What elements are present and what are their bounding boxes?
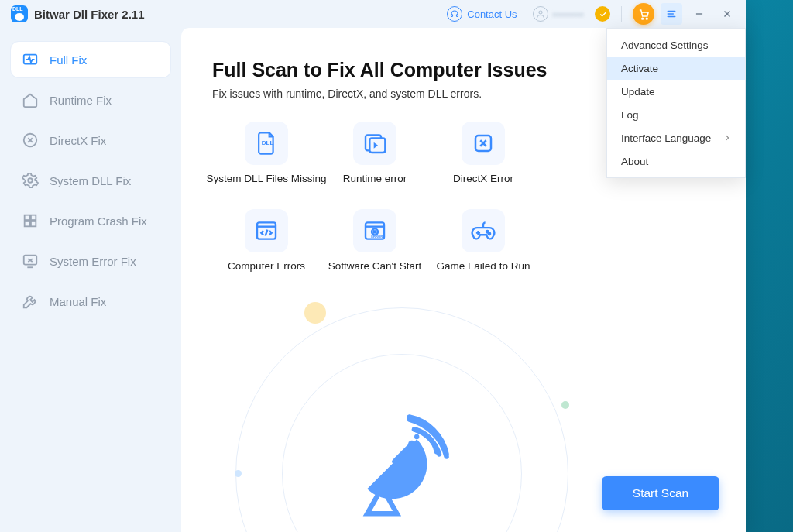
svg-point-4: [646, 18, 647, 19]
tile-label: Runtime error: [343, 173, 407, 184]
menu-item-activate[interactable]: Activate: [607, 57, 745, 80]
menu-item-about[interactable]: About: [607, 149, 745, 173]
user-icon: [533, 6, 548, 22]
app-logo-icon: [11, 5, 28, 22]
svg-rect-19: [31, 221, 36, 226]
sidebar-item-manual-fix[interactable]: Manual Fix: [11, 283, 170, 319]
close-button[interactable]: [716, 3, 738, 25]
sidebar-item-label: Full Fix: [50, 53, 87, 67]
house-icon: [22, 91, 39, 108]
error-window-icon: ERROR: [362, 219, 387, 242]
tile-label: Software Can't Start: [328, 260, 421, 272]
contact-us-label: Contact Us: [467, 9, 517, 20]
monitor-pulse-icon: [22, 51, 39, 68]
shopping-cart-button[interactable]: [633, 3, 654, 25]
sidebar-item-label: Program Crash Fix: [50, 215, 147, 228]
menu-item-label: Interface Language: [621, 132, 711, 144]
app-window: Bitwar Dll Fixer 2.11 Contact Us •••••••…: [0, 0, 746, 532]
menu-item-interface-language[interactable]: Interface Language: [607, 126, 745, 149]
svg-text:ERROR: ERROR: [371, 235, 383, 239]
gear-icon: [22, 172, 39, 189]
menu-item-label: Log: [621, 109, 639, 121]
sidebar-item-label: DirectX Fix: [50, 134, 106, 147]
svg-point-3: [641, 18, 643, 19]
sidebar-item-label: System DLL Fix: [50, 174, 131, 187]
runtime-icon: [362, 132, 387, 155]
user-name-label: ••••••••: [553, 9, 584, 20]
menu-item-label: Update: [621, 86, 655, 98]
main-menu-dropdown: Advanced Settings Activate Update Log In…: [606, 28, 746, 178]
tile-label: System DLL Files Missing: [207, 173, 327, 184]
sidebar-item-system-error-fix[interactable]: System Error Fix: [11, 243, 170, 279]
tile-label: DirectX Error: [453, 173, 513, 184]
tile-label: Game Failed to Run: [437, 260, 530, 272]
svg-text:DLL: DLL: [262, 139, 274, 146]
grid-icon: [22, 212, 39, 229]
chevron-right-icon: [723, 134, 731, 142]
menu-item-update[interactable]: Update: [607, 80, 745, 103]
menu-item-label: About: [621, 156, 648, 167]
sidebar-item-directx-fix[interactable]: DirectX Fix: [11, 122, 170, 158]
menu-button[interactable]: [661, 3, 682, 25]
svg-point-2: [539, 11, 542, 14]
svg-rect-16: [25, 215, 29, 220]
start-scan-button[interactable]: Start Scan: [602, 476, 719, 510]
tile-software-cant-start[interactable]: ERROR Software Can't Start: [321, 209, 429, 272]
sidebar-item-full-fix[interactable]: Full Fix: [11, 42, 170, 77]
x-circle-icon: [22, 132, 39, 149]
tile-computer-errors[interactable]: Computer Errors: [212, 209, 321, 272]
menu-item-advanced-settings[interactable]: Advanced Settings: [607, 33, 745, 57]
wrench-icon: [22, 293, 39, 310]
menu-item-label: Activate: [621, 63, 658, 74]
gamepad-icon: [470, 219, 496, 242]
sidebar-item-system-dll-fix[interactable]: System DLL Fix: [11, 163, 170, 198]
sidebar-item-runtime-fix[interactable]: Runtime Fix: [11, 82, 170, 118]
svg-point-15: [28, 178, 33, 183]
svg-point-43: [408, 441, 416, 448]
sidebar-item-label: Runtime Fix: [50, 94, 112, 107]
svg-rect-1: [457, 15, 458, 17]
menu-item-log[interactable]: Log: [607, 103, 745, 126]
titlebar: Bitwar Dll Fixer 2.11 Contact Us •••••••…: [0, 0, 746, 28]
menu-item-label: Advanced Settings: [621, 39, 709, 51]
radar-illustration: [235, 307, 568, 532]
tile-label: Computer Errors: [228, 260, 305, 272]
shield-check-icon[interactable]: [595, 6, 610, 22]
monitor-x-icon: [22, 252, 39, 269]
separator: [621, 6, 622, 22]
code-window-icon: [254, 219, 279, 242]
desktop-background: Bitwar Dll Fixer 2.11 Contact Us •••••••…: [0, 0, 793, 532]
sidebar-item-program-crash-fix[interactable]: Program Crash Fix: [11, 203, 170, 239]
user-account[interactable]: ••••••••: [528, 3, 589, 25]
satellite-dish-icon: [340, 400, 464, 523]
svg-rect-17: [31, 215, 36, 220]
sidebar-item-label: System Error Fix: [50, 255, 136, 268]
minimize-button[interactable]: [688, 3, 710, 25]
svg-rect-18: [25, 221, 29, 226]
dll-page-icon: DLL: [255, 131, 278, 156]
tile-system-dll-missing[interactable]: DLL System DLL Files Missing: [212, 122, 321, 184]
tile-directx-error[interactable]: DirectX Error: [429, 122, 537, 184]
sidebar: Full Fix Runtime Fix: [0, 28, 181, 532]
headset-icon: [447, 6, 462, 22]
svg-point-41: [489, 233, 491, 235]
app-title: Bitwar Dll Fixer 2.11: [34, 8, 145, 21]
sidebar-item-label: Manual Fix: [50, 295, 106, 308]
tile-game-failed[interactable]: Game Failed to Run: [429, 209, 537, 272]
tile-runtime-error[interactable]: Runtime error: [321, 122, 429, 184]
directx-x-icon: [472, 132, 495, 155]
svg-rect-0: [451, 15, 453, 17]
contact-us-link[interactable]: Contact Us: [442, 3, 521, 25]
